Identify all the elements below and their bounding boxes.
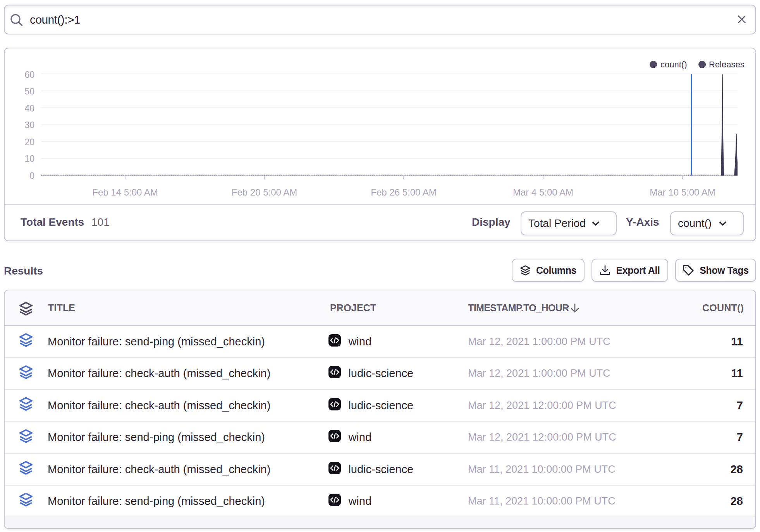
svg-text:60: 60 bbox=[24, 70, 34, 80]
svg-text:Feb 26 5:00 AM: Feb 26 5:00 AM bbox=[371, 187, 436, 197]
svg-text:Releases: Releases bbox=[709, 60, 745, 69]
svg-text:40: 40 bbox=[24, 103, 34, 113]
svg-text:count(): count() bbox=[660, 60, 687, 69]
svg-text:0: 0 bbox=[29, 171, 34, 181]
svg-text:50: 50 bbox=[24, 86, 34, 96]
svg-text:Feb 20 5:00 AM: Feb 20 5:00 AM bbox=[232, 187, 297, 197]
svg-text:10: 10 bbox=[24, 154, 34, 164]
svg-text:Mar 10 5:00 AM: Mar 10 5:00 AM bbox=[650, 187, 715, 197]
svg-text:Feb 14 5:00 AM: Feb 14 5:00 AM bbox=[92, 187, 158, 197]
svg-text:20: 20 bbox=[24, 137, 34, 147]
svg-text:30: 30 bbox=[24, 120, 34, 130]
svg-text:Mar 4 5:00 AM: Mar 4 5:00 AM bbox=[513, 187, 573, 197]
